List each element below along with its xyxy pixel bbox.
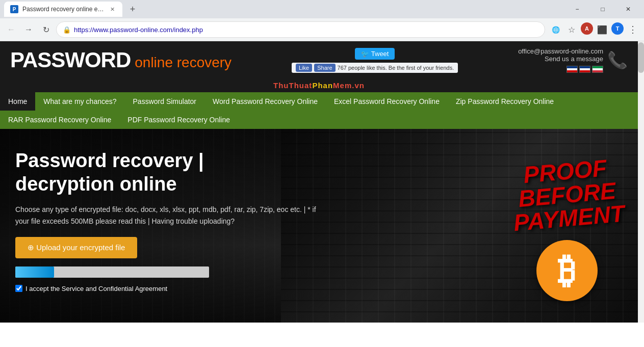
back-button[interactable]: ← xyxy=(4,22,18,37)
profile-button[interactable]: T xyxy=(611,22,624,35)
logo-password: PASSWORD xyxy=(10,48,131,72)
nav-item-rar-recovery[interactable]: RAR Password Recovery Online xyxy=(0,111,119,129)
phone-icon: 📞 xyxy=(607,50,628,70)
nav-item-excel-recovery[interactable]: Excel Password Recovery Online xyxy=(326,92,448,111)
nav-item-zip-recovery[interactable]: Zip Password Recovery Online xyxy=(448,92,562,111)
address-bar[interactable]: 🔒 https://www.password-online.com/index.… xyxy=(56,21,545,38)
translate-button[interactable]: 🌐 xyxy=(548,22,562,37)
social-area: 🐦 Tweet Like Share 767 people like this.… xyxy=(292,48,458,73)
watermark-text: ThuThuatPhanMem.vn xyxy=(273,81,365,90)
close-button[interactable]: ✕ xyxy=(616,0,640,18)
hero-title: Password recovery | decryption online xyxy=(15,149,331,196)
window-controls: − □ ✕ xyxy=(565,0,640,18)
nav-row-1: Home What are my chances? Password Simul… xyxy=(0,92,638,111)
logo-area: PASSWORD online recovery xyxy=(10,48,231,72)
browser-frame: P Password recovery online excel... ✕ + … xyxy=(0,0,644,41)
proof-text: PROOF BEFORE PAYMENT xyxy=(508,155,625,234)
menu-button[interactable]: ⋮ xyxy=(626,22,640,37)
tab-close-button[interactable]: ✕ xyxy=(108,5,116,13)
logo-tagline: online recovery xyxy=(135,55,231,71)
facebook-count-text: 767 people like this. Be the first of yo… xyxy=(338,65,454,71)
flag-eu-icon xyxy=(579,66,590,73)
upload-progress-bar xyxy=(15,266,209,278)
progress-fill xyxy=(15,266,54,278)
minimize-button[interactable]: − xyxy=(565,0,589,18)
hero-description: Choose any type of encrypted file: doc, … xyxy=(15,204,331,227)
reload-button[interactable]: ↻ xyxy=(39,22,53,37)
site-header: PASSWORD online recovery 🐦 Tweet Like Sh… xyxy=(0,41,638,79)
svg-text:P: P xyxy=(13,7,16,12)
terms-checkbox-area: I accept the Service and Confidential Ag… xyxy=(15,285,331,292)
tab-favicon: P xyxy=(10,5,18,13)
svg-text:🌐: 🌐 xyxy=(552,25,560,34)
lock-icon: 🔒 xyxy=(63,26,71,34)
bitcoin-icon: ₿ xyxy=(536,240,598,301)
url-text: https://www.password-online.com/index.ph… xyxy=(74,26,538,34)
facebook-like-area: Like Share 767 people like this. Be the … xyxy=(292,63,458,73)
flag-icons xyxy=(518,66,603,73)
maximize-button[interactable]: □ xyxy=(591,0,614,18)
new-tab-button[interactable]: + xyxy=(125,2,140,16)
hero-right: PROOF BEFORE PAYMENT ₿ xyxy=(511,159,623,301)
terms-checkbox[interactable] xyxy=(15,285,22,292)
nav-item-home[interactable]: Home xyxy=(0,92,35,111)
bookmark-button[interactable]: ☆ xyxy=(564,22,579,37)
terms-label: I accept the Service and Confidential Ag… xyxy=(25,285,167,292)
nav-item-pdf-recovery[interactable]: PDF Password Recovery Online xyxy=(119,111,238,129)
contact-row: office@password-online.com Send us a mes… xyxy=(518,47,628,73)
upload-button[interactable]: ⊕ Upload your encrypted file xyxy=(15,237,137,258)
twitter-bird-icon: 🐦 xyxy=(361,50,369,58)
facebook-like-button[interactable]: Like xyxy=(296,64,312,72)
hero-content: Password recovery | decryption online Ch… xyxy=(15,149,331,292)
cast-button[interactable]: ⬛ xyxy=(595,22,609,37)
forward-button[interactable]: → xyxy=(21,22,36,37)
hero-section: Password recovery | decryption online Ch… xyxy=(0,129,638,323)
tweet-button[interactable]: 🐦 Tweet xyxy=(355,48,395,60)
browser-titlebar: P Password recovery online excel... ✕ + … xyxy=(0,0,644,18)
nav-row-2: RAR Password Recovery Online PDF Passwor… xyxy=(0,111,638,129)
toolbar-actions: 🌐 ☆ A ⬛ T ⋮ xyxy=(548,22,640,37)
contact-send-msg: Send us a message xyxy=(518,55,603,63)
browser-tab[interactable]: P Password recovery online excel... ✕ xyxy=(4,2,122,17)
browser-toolbar: ← → ↻ 🔒 https://www.password-online.com/… xyxy=(0,18,644,41)
nav-item-chances[interactable]: What are my chances? xyxy=(35,92,124,111)
contact-email: office@password-online.com xyxy=(518,47,603,55)
contact-area: office@password-online.com Send us a mes… xyxy=(518,47,603,73)
flag-it-icon xyxy=(592,66,603,73)
flag-uk-icon xyxy=(566,66,578,73)
nav-item-word-recovery[interactable]: Word Password Recovery Online xyxy=(204,92,326,111)
extensions-button[interactable]: A xyxy=(581,22,593,35)
nav-item-password-simulator[interactable]: Password Simulator xyxy=(125,92,205,111)
tab-title: Password recovery online excel... xyxy=(22,6,104,13)
main-nav: Home What are my chances? Password Simul… xyxy=(0,92,638,129)
facebook-share-button[interactable]: Share xyxy=(314,64,335,72)
